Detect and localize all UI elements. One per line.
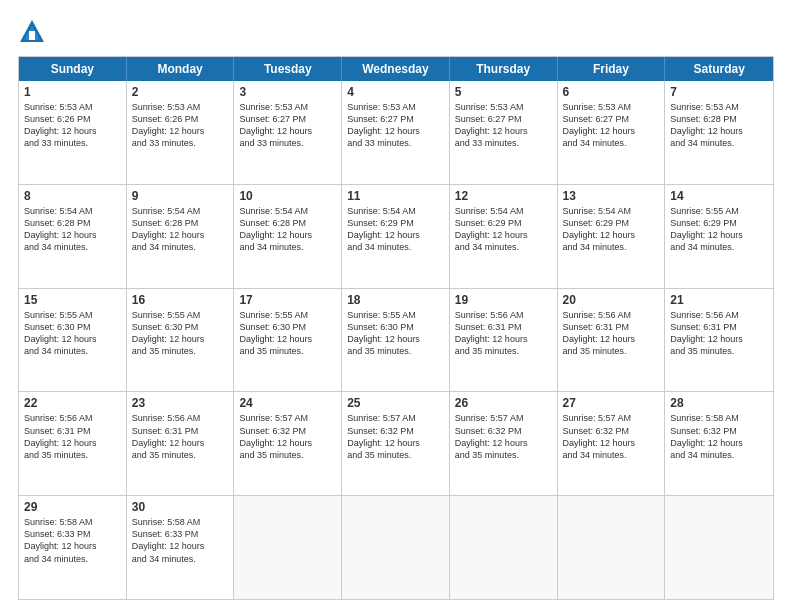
day-info: Sunrise: 5:55 AM Sunset: 6:30 PM Dayligh… (24, 310, 97, 356)
day-info: Sunrise: 5:56 AM Sunset: 6:31 PM Dayligh… (132, 413, 205, 459)
calendar-cell: 2 Sunrise: 5:53 AM Sunset: 6:26 PM Dayli… (127, 81, 235, 184)
day-number: 16 (132, 293, 229, 307)
day-info: Sunrise: 5:54 AM Sunset: 6:29 PM Dayligh… (455, 206, 528, 252)
calendar-page: SundayMondayTuesdayWednesdayThursdayFrid… (0, 0, 792, 612)
day-info: Sunrise: 5:55 AM Sunset: 6:30 PM Dayligh… (239, 310, 312, 356)
calendar-grid: SundayMondayTuesdayWednesdayThursdayFrid… (18, 56, 774, 600)
calendar-cell: 18 Sunrise: 5:55 AM Sunset: 6:30 PM Dayl… (342, 289, 450, 392)
day-number: 6 (563, 85, 660, 99)
calendar-body: 1 Sunrise: 5:53 AM Sunset: 6:26 PM Dayli… (19, 81, 773, 599)
day-number: 24 (239, 396, 336, 410)
calendar-cell: 9 Sunrise: 5:54 AM Sunset: 6:28 PM Dayli… (127, 185, 235, 288)
calendar-cell: 21 Sunrise: 5:56 AM Sunset: 6:31 PM Dayl… (665, 289, 773, 392)
calendar-cell: 1 Sunrise: 5:53 AM Sunset: 6:26 PM Dayli… (19, 81, 127, 184)
day-info: Sunrise: 5:54 AM Sunset: 6:28 PM Dayligh… (132, 206, 205, 252)
calendar-cell: 13 Sunrise: 5:54 AM Sunset: 6:29 PM Dayl… (558, 185, 666, 288)
day-number: 25 (347, 396, 444, 410)
calendar-header-cell: Tuesday (234, 57, 342, 81)
calendar-cell: 25 Sunrise: 5:57 AM Sunset: 6:32 PM Dayl… (342, 392, 450, 495)
day-info: Sunrise: 5:57 AM Sunset: 6:32 PM Dayligh… (563, 413, 636, 459)
day-info: Sunrise: 5:57 AM Sunset: 6:32 PM Dayligh… (455, 413, 528, 459)
calendar-cell (558, 496, 666, 599)
day-number: 14 (670, 189, 768, 203)
day-number: 29 (24, 500, 121, 514)
calendar-cell: 3 Sunrise: 5:53 AM Sunset: 6:27 PM Dayli… (234, 81, 342, 184)
day-info: Sunrise: 5:56 AM Sunset: 6:31 PM Dayligh… (24, 413, 97, 459)
day-info: Sunrise: 5:53 AM Sunset: 6:27 PM Dayligh… (347, 102, 420, 148)
day-info: Sunrise: 5:55 AM Sunset: 6:30 PM Dayligh… (347, 310, 420, 356)
calendar-header-cell: Saturday (665, 57, 773, 81)
day-number: 20 (563, 293, 660, 307)
calendar-cell: 23 Sunrise: 5:56 AM Sunset: 6:31 PM Dayl… (127, 392, 235, 495)
day-number: 8 (24, 189, 121, 203)
svg-rect-2 (29, 31, 35, 40)
day-info: Sunrise: 5:56 AM Sunset: 6:31 PM Dayligh… (563, 310, 636, 356)
calendar-cell: 19 Sunrise: 5:56 AM Sunset: 6:31 PM Dayl… (450, 289, 558, 392)
day-info: Sunrise: 5:53 AM Sunset: 6:28 PM Dayligh… (670, 102, 743, 148)
day-info: Sunrise: 5:54 AM Sunset: 6:28 PM Dayligh… (239, 206, 312, 252)
day-info: Sunrise: 5:53 AM Sunset: 6:27 PM Dayligh… (239, 102, 312, 148)
day-number: 17 (239, 293, 336, 307)
calendar-cell: 30 Sunrise: 5:58 AM Sunset: 6:33 PM Dayl… (127, 496, 235, 599)
day-info: Sunrise: 5:53 AM Sunset: 6:27 PM Dayligh… (563, 102, 636, 148)
calendar-cell: 5 Sunrise: 5:53 AM Sunset: 6:27 PM Dayli… (450, 81, 558, 184)
day-number: 15 (24, 293, 121, 307)
calendar-cell: 17 Sunrise: 5:55 AM Sunset: 6:30 PM Dayl… (234, 289, 342, 392)
logo (18, 18, 50, 46)
day-number: 11 (347, 189, 444, 203)
day-number: 19 (455, 293, 552, 307)
day-number: 27 (563, 396, 660, 410)
calendar-header-cell: Monday (127, 57, 235, 81)
day-info: Sunrise: 5:56 AM Sunset: 6:31 PM Dayligh… (670, 310, 743, 356)
calendar-cell: 29 Sunrise: 5:58 AM Sunset: 6:33 PM Dayl… (19, 496, 127, 599)
day-info: Sunrise: 5:53 AM Sunset: 6:26 PM Dayligh… (132, 102, 205, 148)
calendar-week: 1 Sunrise: 5:53 AM Sunset: 6:26 PM Dayli… (19, 81, 773, 184)
calendar-header-cell: Friday (558, 57, 666, 81)
calendar-header-cell: Sunday (19, 57, 127, 81)
calendar-header-cell: Thursday (450, 57, 558, 81)
day-number: 30 (132, 500, 229, 514)
calendar-cell (450, 496, 558, 599)
calendar-week: 22 Sunrise: 5:56 AM Sunset: 6:31 PM Dayl… (19, 391, 773, 495)
calendar-cell (665, 496, 773, 599)
calendar-week: 15 Sunrise: 5:55 AM Sunset: 6:30 PM Dayl… (19, 288, 773, 392)
day-number: 22 (24, 396, 121, 410)
calendar-cell: 28 Sunrise: 5:58 AM Sunset: 6:32 PM Dayl… (665, 392, 773, 495)
day-number: 23 (132, 396, 229, 410)
calendar-cell: 22 Sunrise: 5:56 AM Sunset: 6:31 PM Dayl… (19, 392, 127, 495)
calendar-header-row: SundayMondayTuesdayWednesdayThursdayFrid… (19, 57, 773, 81)
day-info: Sunrise: 5:54 AM Sunset: 6:29 PM Dayligh… (563, 206, 636, 252)
day-number: 2 (132, 85, 229, 99)
calendar-cell: 16 Sunrise: 5:55 AM Sunset: 6:30 PM Dayl… (127, 289, 235, 392)
day-number: 1 (24, 85, 121, 99)
day-number: 7 (670, 85, 768, 99)
day-number: 4 (347, 85, 444, 99)
calendar-cell: 8 Sunrise: 5:54 AM Sunset: 6:28 PM Dayli… (19, 185, 127, 288)
calendar-cell: 7 Sunrise: 5:53 AM Sunset: 6:28 PM Dayli… (665, 81, 773, 184)
day-number: 3 (239, 85, 336, 99)
day-number: 9 (132, 189, 229, 203)
day-number: 26 (455, 396, 552, 410)
calendar-cell: 11 Sunrise: 5:54 AM Sunset: 6:29 PM Dayl… (342, 185, 450, 288)
calendar-cell: 15 Sunrise: 5:55 AM Sunset: 6:30 PM Dayl… (19, 289, 127, 392)
day-info: Sunrise: 5:57 AM Sunset: 6:32 PM Dayligh… (239, 413, 312, 459)
day-info: Sunrise: 5:54 AM Sunset: 6:28 PM Dayligh… (24, 206, 97, 252)
day-info: Sunrise: 5:55 AM Sunset: 6:30 PM Dayligh… (132, 310, 205, 356)
calendar-cell: 24 Sunrise: 5:57 AM Sunset: 6:32 PM Dayl… (234, 392, 342, 495)
day-number: 12 (455, 189, 552, 203)
day-info: Sunrise: 5:58 AM Sunset: 6:32 PM Dayligh… (670, 413, 743, 459)
header (18, 18, 774, 46)
day-number: 18 (347, 293, 444, 307)
calendar-cell (342, 496, 450, 599)
day-number: 28 (670, 396, 768, 410)
calendar-cell: 6 Sunrise: 5:53 AM Sunset: 6:27 PM Dayli… (558, 81, 666, 184)
day-info: Sunrise: 5:55 AM Sunset: 6:29 PM Dayligh… (670, 206, 743, 252)
day-info: Sunrise: 5:57 AM Sunset: 6:32 PM Dayligh… (347, 413, 420, 459)
calendar-cell: 26 Sunrise: 5:57 AM Sunset: 6:32 PM Dayl… (450, 392, 558, 495)
logo-icon (18, 18, 46, 46)
calendar-cell: 14 Sunrise: 5:55 AM Sunset: 6:29 PM Dayl… (665, 185, 773, 288)
day-info: Sunrise: 5:53 AM Sunset: 6:27 PM Dayligh… (455, 102, 528, 148)
calendar-week: 29 Sunrise: 5:58 AM Sunset: 6:33 PM Dayl… (19, 495, 773, 599)
day-number: 5 (455, 85, 552, 99)
calendar-cell: 20 Sunrise: 5:56 AM Sunset: 6:31 PM Dayl… (558, 289, 666, 392)
